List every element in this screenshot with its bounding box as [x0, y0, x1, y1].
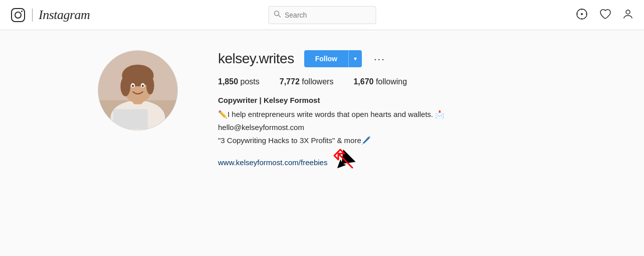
svg-rect-25 — [113, 109, 148, 130]
following-count: 1,670 — [353, 77, 373, 86]
header-logo-divider — [32, 9, 33, 22]
more-options-button[interactable]: ··· — [372, 53, 387, 65]
search-icon — [274, 11, 281, 19]
avatar — [98, 50, 178, 131]
header-right — [576, 8, 634, 22]
svg-line-4 — [279, 16, 281, 18]
arrow-icon — [333, 149, 356, 171]
svg-point-3 — [274, 11, 279, 16]
profile-section: kelsey.writes Follow ▾ ··· 1,850 posts 7… — [98, 50, 546, 175]
svg-point-2 — [21, 11, 23, 12]
followers-stat[interactable]: 7,772 followers — [280, 77, 334, 86]
arrow-annotation — [333, 149, 356, 175]
search-box[interactable] — [268, 6, 376, 24]
svg-point-24 — [142, 85, 144, 87]
following-stat[interactable]: 1,670 following — [353, 77, 407, 86]
posts-stat: 1,850 posts — [218, 77, 260, 86]
avatar-image — [98, 50, 177, 131]
svg-rect-0 — [12, 9, 25, 22]
posts-count: 1,850 — [218, 77, 238, 86]
bio-line-3: "3 Copywriting Hacks to 3X Profits" & mo… — [218, 135, 546, 147]
bio-email: hello@kelseyformost.com — [218, 121, 546, 134]
svg-point-11 — [626, 10, 630, 14]
instagram-camera-icon — [10, 7, 26, 23]
profile-username: kelsey.writes — [218, 51, 294, 67]
profile-icon[interactable] — [622, 8, 634, 22]
search-input[interactable] — [285, 11, 370, 19]
following-label: following — [376, 77, 407, 86]
follow-button[interactable]: Follow — [304, 50, 348, 67]
bio-line-1: ✏️I help entrepreneurs write words that … — [218, 108, 546, 120]
bio-section: Copywriter | Kelsey Formost ✏️I help ent… — [218, 94, 546, 175]
avatar-container — [98, 50, 178, 131]
followers-label: followers — [302, 77, 333, 86]
follow-button-group: Follow ▾ — [304, 50, 362, 67]
svg-point-1 — [15, 12, 21, 18]
profile-info: kelsey.writes Follow ▾ ··· 1,850 posts 7… — [218, 50, 546, 175]
svg-point-20 — [146, 76, 154, 94]
posts-label: posts — [241, 77, 260, 86]
bio-link[interactable]: www.kelseyformost.com/freebies — [218, 157, 327, 169]
header: Instagram — [0, 0, 644, 30]
main-content: kelsey.writes Follow ▾ ··· 1,850 posts 7… — [88, 30, 556, 185]
follow-dropdown-button[interactable]: ▾ — [348, 50, 362, 67]
followers-count: 7,772 — [280, 77, 300, 86]
activity-icon[interactable] — [599, 8, 611, 22]
svg-point-10 — [581, 13, 583, 15]
svg-point-23 — [132, 85, 134, 87]
bio-name: Copywriter | Kelsey Formost — [218, 94, 546, 106]
header-search — [268, 6, 376, 24]
instagram-wordmark: Instagram — [39, 8, 90, 23]
stats-row: 1,850 posts 7,772 followers 1,670 follow… — [218, 77, 546, 86]
svg-point-19 — [120, 76, 130, 96]
explore-icon[interactable] — [576, 8, 588, 22]
profile-top-row: kelsey.writes Follow ▾ ··· — [218, 50, 546, 67]
